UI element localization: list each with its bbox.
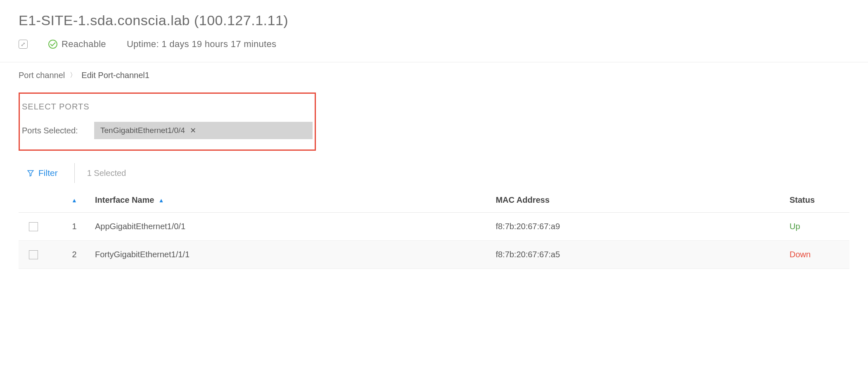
select-ports-panel: SELECT PORTS Ports Selected: TenGigabitE…	[19, 93, 316, 151]
sort-arrow-icon: ▲	[71, 197, 77, 204]
table-row: 2 FortyGigabitEthernet1/1/1 f8:7b:20:67:…	[19, 241, 849, 269]
chip-remove-icon[interactable]: ✕	[190, 126, 196, 135]
filter-button[interactable]: Filter	[23, 164, 62, 182]
col-row-num-header[interactable]: ▲	[54, 197, 95, 204]
row-number: 1	[54, 222, 95, 231]
expand-icon[interactable]	[19, 40, 28, 49]
interface-header-label: Interface Name	[95, 195, 154, 205]
interface-name-cell[interactable]: FortyGigabitEthernet1/1/1	[95, 250, 496, 259]
ports-selected-row: Ports Selected: TenGigabitEthernet1/0/4 …	[22, 122, 315, 139]
device-header: E1-SITE-1.sda.conscia.lab (100.127.1.11)…	[0, 0, 868, 62]
table-row: 1 AppGigabitEthernet1/0/1 f8:7b:20:67:67…	[19, 213, 849, 241]
select-ports-heading: SELECT PORTS	[22, 102, 315, 111]
mac-address-cell: f8:7b:20:67:67:a9	[496, 222, 790, 231]
row-checkbox[interactable]	[29, 222, 38, 231]
breadcrumb-current: Edit Port-channel1	[81, 71, 149, 80]
row-checkbox[interactable]	[29, 250, 38, 259]
breadcrumb: Port channel 〉 Edit Port-channel1	[19, 71, 849, 80]
main-content: Port channel 〉 Edit Port-channel1 SELECT…	[0, 62, 868, 277]
ports-selected-label: Ports Selected:	[22, 126, 94, 135]
toolbar-divider	[74, 163, 75, 183]
row-number: 2	[54, 250, 95, 259]
status-row: Reachable Uptime: 1 days 19 hours 17 min…	[19, 39, 849, 50]
interfaces-table: ▲ Interface Name ▲ MAC Address Status 1 …	[19, 189, 849, 269]
breadcrumb-parent[interactable]: Port channel	[19, 71, 65, 80]
sort-arrow-icon: ▲	[158, 197, 164, 204]
filter-label: Filter	[38, 168, 58, 178]
status-cell: Up	[790, 222, 839, 231]
reachable-status: Reachable	[48, 39, 106, 50]
chevron-right-icon: 〉	[70, 71, 76, 80]
selected-count: 1 Selected	[87, 168, 126, 178]
table-toolbar: Filter 1 Selected	[19, 163, 849, 189]
status-cell: Down	[790, 250, 839, 259]
table-header-row: ▲ Interface Name ▲ MAC Address Status	[19, 189, 849, 213]
col-mac-header[interactable]: MAC Address	[496, 195, 790, 205]
port-chip-container[interactable]: TenGigabitEthernet1/0/4 ✕	[94, 122, 313, 139]
reachable-label: Reachable	[62, 39, 106, 50]
port-chip-text: TenGigabitEthernet1/0/4	[100, 126, 185, 135]
funnel-icon	[27, 169, 34, 177]
col-interface-header[interactable]: Interface Name ▲	[95, 195, 496, 205]
uptime-label: Uptime: 1 days 19 hours 17 minutes	[127, 39, 276, 50]
mac-address-cell: f8:7b:20:67:67:a5	[496, 250, 790, 259]
interface-name-cell[interactable]: AppGigabitEthernet1/0/1	[95, 222, 496, 231]
check-circle-icon	[48, 40, 57, 49]
col-status-header[interactable]: Status	[790, 195, 839, 205]
page-title: E1-SITE-1.sda.conscia.lab (100.127.1.11)	[19, 12, 849, 28]
